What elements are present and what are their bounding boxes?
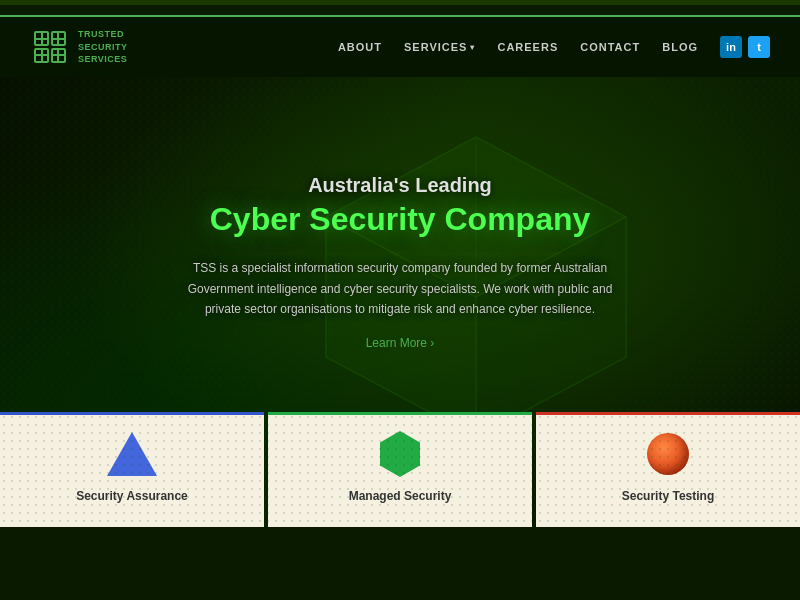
twitter-button[interactable]: t xyxy=(748,36,770,58)
nav-contact[interactable]: CONTACT xyxy=(580,41,640,53)
logo-icon xyxy=(30,27,70,67)
hero-description: TSS is a specialist information security… xyxy=(180,258,620,319)
linkedin-button[interactable]: in xyxy=(720,36,742,58)
nav-social: in t xyxy=(720,36,770,58)
dropdown-arrow-icon: ▾ xyxy=(470,43,475,52)
nav-careers[interactable]: CAREERS xyxy=(497,41,558,53)
hero-title: Cyber Security Company xyxy=(210,201,591,238)
nav-services[interactable]: SERVICES ▾ xyxy=(404,41,475,53)
top-bar xyxy=(0,0,800,5)
hero-section: Australia's Leading Cyber Security Compa… xyxy=(0,77,800,527)
nav-blog[interactable]: BLOG xyxy=(662,41,698,53)
hero-content: Australia's Leading Cyber Security Compa… xyxy=(0,77,800,527)
nav: ABOUT SERVICES ▾ CAREERS CONTACT BLOG in… xyxy=(338,36,770,58)
logo-text: TRUSTED SECURITY SERVICES xyxy=(78,28,128,66)
hero-subtitle: Australia's Leading xyxy=(308,174,492,197)
nav-about[interactable]: ABOUT xyxy=(338,41,382,53)
header: TRUSTED SECURITY SERVICES ABOUT SERVICES… xyxy=(0,17,800,77)
learn-more-link[interactable]: Learn More › xyxy=(366,336,435,350)
logo-area: TRUSTED SECURITY SERVICES xyxy=(30,27,128,67)
